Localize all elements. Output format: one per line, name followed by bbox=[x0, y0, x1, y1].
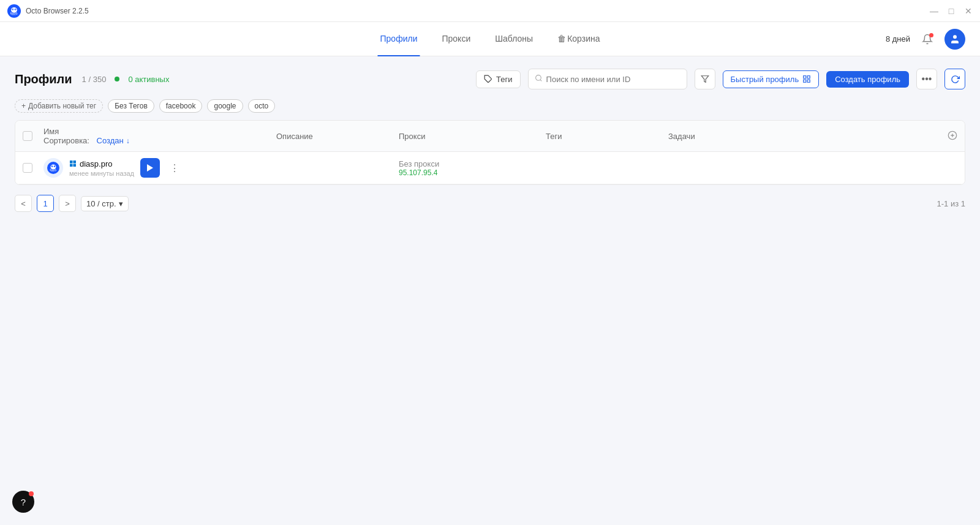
toolbar: Профили 1 / 350 0 активных Теги bbox=[15, 69, 965, 89]
add-tag-button[interactable]: + Добавить новый тег bbox=[15, 99, 103, 113]
header-tasks: Задачи bbox=[661, 132, 940, 141]
header-tags: Теги bbox=[538, 132, 661, 141]
days-badge: 8 дней bbox=[886, 34, 910, 43]
svg-point-1 bbox=[11, 7, 17, 12]
filter-button[interactable] bbox=[695, 69, 715, 89]
page-number: 1 bbox=[43, 199, 47, 208]
sort-prefix: Сортировка: bbox=[43, 136, 89, 145]
plus-icon: + bbox=[21, 102, 26, 110]
profile-avatar bbox=[43, 158, 63, 178]
tab-proxy[interactable]: Прокси bbox=[439, 22, 473, 56]
grid-icon bbox=[802, 75, 811, 83]
header-add-task[interactable] bbox=[940, 130, 965, 142]
svg-point-21 bbox=[54, 165, 56, 167]
svg-rect-12 bbox=[807, 76, 810, 78]
minimize-button[interactable]: — bbox=[930, 7, 938, 15]
header-description: Описание bbox=[269, 132, 391, 141]
help-button[interactable]: ? bbox=[12, 491, 34, 513]
close-button[interactable]: ✕ bbox=[964, 7, 973, 15]
app-logo bbox=[7, 4, 21, 18]
svg-line-9 bbox=[540, 80, 541, 81]
play-profile-button[interactable] bbox=[140, 158, 160, 178]
refresh-icon bbox=[951, 75, 960, 84]
svg-marker-10 bbox=[701, 76, 709, 83]
per-page-selector[interactable]: 10 / стр. ▾ bbox=[81, 196, 129, 211]
header-proxy: Прокси bbox=[391, 132, 538, 141]
svg-rect-22 bbox=[70, 161, 73, 164]
svg-rect-24 bbox=[70, 164, 73, 167]
select-all-checkbox[interactable] bbox=[23, 131, 32, 141]
svg-point-5 bbox=[15, 9, 16, 9]
add-tag-label: Добавить новый тег bbox=[28, 102, 96, 110]
page-title: Профили bbox=[15, 72, 72, 86]
name-header-label: Имя bbox=[43, 127, 59, 136]
play-icon bbox=[147, 164, 153, 172]
search-icon bbox=[535, 74, 543, 84]
pagination: < 1 > 10 / стр. ▾ 1-1 из 1 bbox=[15, 195, 965, 212]
svg-point-8 bbox=[535, 75, 541, 81]
refresh-button[interactable] bbox=[944, 69, 965, 89]
per-page-chevron-icon: ▾ bbox=[119, 199, 123, 208]
profile-name-text: diasp.pro bbox=[80, 159, 112, 168]
row-more-button[interactable]: ⋮ bbox=[166, 159, 183, 176]
profile-count: 1 / 350 bbox=[82, 75, 107, 84]
tag-chip-label: octo bbox=[255, 102, 269, 110]
help-icon: ? bbox=[21, 497, 26, 507]
create-profile-button[interactable]: Создать профиль bbox=[826, 71, 909, 88]
main-content: Профили 1 / 350 0 активных Теги bbox=[0, 56, 980, 224]
row-name-cell: diasp.pro менее минуты назад ⋮ bbox=[36, 158, 269, 178]
tag-chip-label: Без Тегов bbox=[115, 102, 148, 110]
tag-chip-facebook[interactable]: facebook bbox=[159, 99, 203, 113]
next-page-button[interactable]: > bbox=[59, 195, 76, 212]
profile-time: менее минуты назад bbox=[69, 170, 134, 177]
proxy-no-label: Без прокси bbox=[399, 159, 531, 168]
user-icon bbox=[949, 34, 960, 45]
tags-button[interactable]: Теги bbox=[476, 70, 520, 88]
chevron-right-icon: > bbox=[65, 199, 70, 208]
filter-icon bbox=[701, 75, 709, 83]
svg-rect-25 bbox=[74, 164, 77, 167]
profile-details: diasp.pro менее минуты назад bbox=[69, 159, 134, 177]
tag-chip-google[interactable]: google bbox=[207, 99, 243, 113]
prev-page-button[interactable]: < bbox=[15, 195, 32, 212]
search-input[interactable] bbox=[546, 75, 680, 84]
svg-rect-14 bbox=[807, 80, 810, 82]
maximize-button[interactable]: □ bbox=[947, 7, 956, 15]
chevron-left-icon: < bbox=[21, 199, 26, 208]
svg-rect-13 bbox=[804, 80, 806, 82]
row-proxy-cell: Без прокси 95.107.95.4 bbox=[391, 159, 538, 177]
sort-arrow-icon: ↓ bbox=[126, 137, 130, 145]
more-label: ••• bbox=[922, 74, 932, 85]
search-wrapper bbox=[528, 69, 687, 89]
current-page-button[interactable]: 1 bbox=[37, 195, 54, 212]
table-header: Имя Сортировка: Создан ↓ Описание Прокси… bbox=[15, 121, 965, 152]
profiles-table: Имя Сортировка: Создан ↓ Описание Прокси… bbox=[15, 120, 965, 185]
profile-name: diasp.pro bbox=[69, 159, 134, 168]
row-checkbox-cell bbox=[15, 163, 36, 173]
header-name: Имя Сортировка: Создан ↓ bbox=[36, 127, 269, 145]
quick-profile-button[interactable]: Быстрый профиль bbox=[723, 70, 820, 88]
tab-templates[interactable]: Шаблоны bbox=[492, 22, 535, 56]
nav-right: 8 дней bbox=[886, 29, 965, 50]
tag-chip-octo[interactable]: octo bbox=[248, 99, 276, 113]
sort-field-label[interactable]: Создан bbox=[97, 136, 124, 145]
header-checkbox-cell bbox=[15, 131, 36, 141]
windows-icon bbox=[69, 160, 77, 167]
tab-trash[interactable]: 🗑Корзина bbox=[555, 22, 602, 56]
nav-tabs: Профили Прокси Шаблоны 🗑Корзина bbox=[378, 22, 603, 56]
row-checkbox[interactable] bbox=[23, 163, 32, 173]
tag-chip-no-tags[interactable]: Без Тегов bbox=[108, 99, 154, 113]
user-avatar-button[interactable] bbox=[944, 29, 965, 50]
quick-profile-label: Быстрый профиль bbox=[731, 75, 799, 84]
table-row: diasp.pro менее минуты назад ⋮ bbox=[15, 152, 965, 184]
profile-avatar-icon bbox=[47, 162, 59, 174]
pagination-info: 1-1 из 1 bbox=[937, 199, 965, 208]
tab-profiles[interactable]: Профили bbox=[378, 22, 420, 56]
tag-icon bbox=[484, 75, 492, 83]
notification-bell-button[interactable] bbox=[920, 32, 935, 47]
more-options-button[interactable]: ••• bbox=[916, 69, 937, 89]
active-indicator bbox=[115, 77, 119, 81]
create-profile-label: Создать профиль bbox=[835, 75, 900, 84]
tag-chip-label: google bbox=[214, 102, 236, 110]
sort-control[interactable]: Сортировка: Создан ↓ bbox=[43, 136, 262, 145]
